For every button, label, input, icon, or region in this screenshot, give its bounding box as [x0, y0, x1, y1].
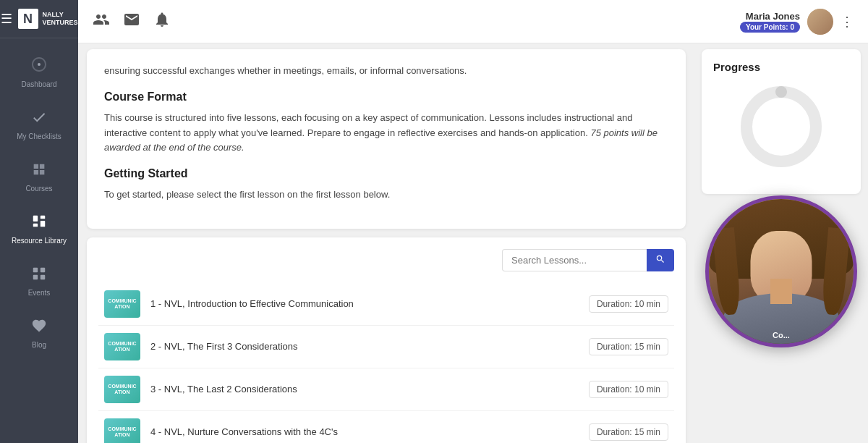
right-panel: Progress [694, 43, 868, 443]
lesson-row[interactable]: COMMUNICATION 3 - NVL, The Last 2 Consid… [98, 368, 674, 411]
topbar-right: Maria Jones Your Points: 0 ⋮ [740, 9, 854, 35]
left-panel: ensuring successful exchanges whether in… [78, 43, 694, 443]
getting-started-body: To get started, please select the first … [104, 187, 668, 203]
donut-wrapper [713, 83, 849, 170]
svg-rect-1 [33, 216, 38, 222]
lesson-4-duration: Duration: 15 min [589, 423, 668, 441]
sidebar-item-events[interactable]: Events [0, 256, 78, 308]
svg-rect-7 [33, 275, 38, 279]
content-area: ensuring successful exchanges whether in… [78, 43, 868, 443]
topbar-icons [93, 11, 171, 32]
sidebar-item-courses-label: Courses [25, 185, 52, 193]
sidebar-item-resource-label: Resource Library [12, 237, 67, 245]
resource-library-icon [31, 214, 47, 234]
lesson-thumb-1: COMMUNICATION [104, 290, 140, 318]
logo-n-letter: N [18, 9, 38, 29]
lesson-2-title: 2 - NVL, The First 3 Considerations [150, 341, 579, 352]
sidebar-header: ☰ N NALLY VENTURES [0, 0, 78, 38]
sidebar-item-events-label: Events [28, 289, 51, 298]
hamburger-icon[interactable]: ☰ [1, 11, 12, 27]
bell-icon[interactable] [153, 11, 171, 32]
course-format-body: This course is structured into five less… [104, 111, 668, 156]
user-name: Maria Jones [746, 11, 800, 22]
lessons-panel: COMMUNICATION 1 - NVL, Introduction to E… [87, 237, 686, 443]
courses-icon [31, 161, 47, 182]
lesson-thumb-3: COMMUNICATION [104, 376, 140, 403]
svg-rect-3 [41, 221, 45, 227]
search-input[interactable] [502, 249, 647, 271]
course-info-card: ensuring successful exchanges whether in… [87, 49, 686, 229]
svg-point-9 [746, 92, 816, 161]
lesson-row[interactable]: COMMUNICATION 1 - NVL, Introduction to E… [98, 283, 674, 326]
more-icon[interactable]: ⋮ [841, 14, 854, 30]
sidebar-item-checklists-label: My Checklists [17, 132, 61, 141]
svg-rect-5 [33, 268, 38, 272]
avatar-image [807, 9, 833, 35]
search-wrapper [502, 249, 674, 271]
lesson-row[interactable]: COMMUNICATION 2 - NVL, The First 3 Consi… [98, 326, 674, 368]
checklists-icon [31, 109, 47, 130]
progress-donut [738, 83, 825, 170]
sidebar-item-blog-label: Blog [32, 341, 46, 350]
lesson-2-duration: Duration: 15 min [589, 338, 668, 355]
sidebar-nav: Dashboard My Checklists Courses Resource… [0, 38, 78, 360]
course-format-title: Course Format [104, 90, 668, 104]
topbar-user-info: Maria Jones Your Points: 0 [740, 11, 800, 33]
lesson-thumb-4: COMMUNICATION [104, 418, 140, 443]
sidebar-item-dashboard-label: Dashboard [22, 80, 57, 89]
sidebar-item-dashboard[interactable]: Dashboard [0, 46, 78, 99]
svg-rect-2 [41, 216, 45, 219]
sidebar-item-blog[interactable]: Blog [0, 308, 78, 360]
video-overlay: Co... [705, 195, 857, 347]
sidebar-item-resource-library[interactable]: Resource Library [0, 203, 78, 256]
sidebar: ☰ N NALLY VENTURES Dashboard My Checklis… [0, 0, 78, 443]
people-icon[interactable] [93, 11, 110, 32]
lesson-1-title: 1 - NVL, Introduction to Effective Commu… [150, 298, 579, 309]
dashboard-icon [30, 56, 48, 77]
video-face: Co... [709, 199, 854, 344]
logo-text: NALLY VENTURES [43, 11, 78, 27]
lesson-thumb-2: COMMUNICATION [104, 333, 140, 360]
lesson-row[interactable]: COMMUNICATION 4 - NVL, Nurture Conversat… [98, 411, 674, 443]
getting-started-title: Getting Started [104, 167, 668, 180]
points-badge: Your Points: 0 [740, 22, 800, 33]
main-container: Maria Jones Your Points: 0 ⋮ ensuring su… [78, 0, 868, 443]
sidebar-logo: N NALLY VENTURES [18, 9, 78, 29]
lesson-3-duration: Duration: 10 min [589, 381, 668, 398]
lesson-4-title: 4 - NVL, Nurture Conversations with the … [150, 426, 579, 437]
progress-title: Progress [713, 61, 849, 73]
blog-icon [31, 318, 47, 338]
search-button[interactable] [647, 249, 674, 271]
svg-rect-4 [33, 224, 38, 227]
lesson-1-duration: Duration: 10 min [589, 295, 668, 313]
svg-point-0 [38, 63, 41, 66]
sidebar-item-courses[interactable]: Courses [0, 151, 78, 203]
completion-text: Co... [773, 331, 790, 339]
mail-icon[interactable] [123, 11, 140, 32]
events-icon [31, 266, 47, 286]
lessons-search-row [98, 249, 674, 271]
course-intro-text: ensuring successful exchanges whether in… [104, 64, 668, 79]
sidebar-item-checklists[interactable]: My Checklists [0, 99, 78, 151]
progress-card: Progress [702, 49, 861, 194]
avatar [807, 9, 833, 35]
lesson-3-title: 3 - NVL, The Last 2 Considerations [150, 384, 579, 395]
svg-rect-8 [41, 275, 45, 279]
topbar: Maria Jones Your Points: 0 ⋮ [78, 0, 868, 43]
svg-rect-6 [41, 268, 45, 272]
